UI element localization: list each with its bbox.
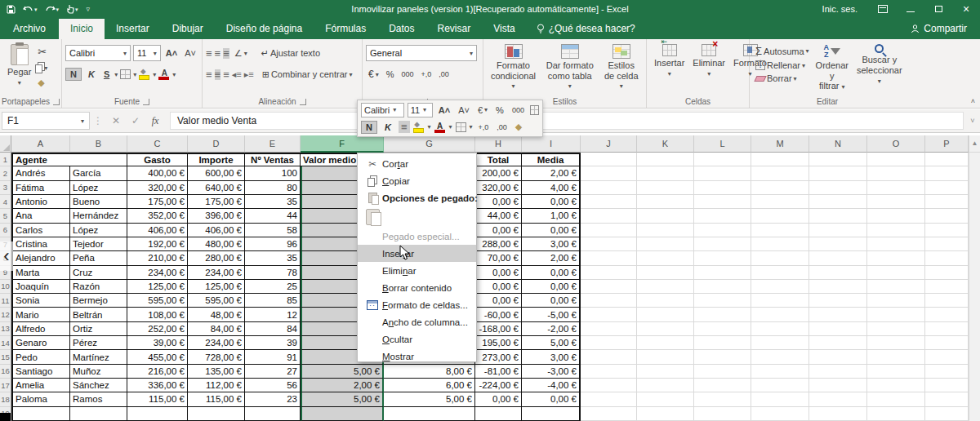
cell-J1[interactable] [581,153,637,166]
cell-D11[interactable]: 595,00 € [188,294,245,308]
mini-format-painter-icon[interactable]: ◆ [513,121,524,133]
cell-I7[interactable]: 3,00 € [522,237,581,251]
column-header-D[interactable]: D [188,135,245,153]
mini-percent-button[interactable]: % [493,104,506,116]
cell-J17[interactable] [581,379,637,392]
column-header-P[interactable]: P [925,135,969,153]
cell-L5[interactable] [694,209,751,223]
cell-P12[interactable] [925,308,969,321]
cell-D16[interactable]: 135,00 € [188,365,245,379]
column-header-L[interactable]: L [694,135,751,153]
cell-J8[interactable] [581,251,637,265]
format-as-table-button[interactable]: Dar formato como tabla▾ [540,42,599,91]
sort-filter-button[interactable]: AZ Ordenar yfiltrar ▾ [812,42,853,93]
cell-M4[interactable] [751,195,809,209]
conditional-formatting-button[interactable]: Formato condicional▾ [487,42,540,91]
column-header-C[interactable]: C [127,135,188,153]
customize-qat-icon[interactable]: ▿ [86,6,91,13]
collapse-ribbon-icon[interactable]: ˄ [971,97,975,105]
redo-icon[interactable]: ▾ [45,5,60,14]
column-header-M[interactable]: M [751,135,809,153]
accounting-format-icon[interactable]: €▾ [366,68,381,81]
cell-L8[interactable] [694,251,751,265]
cell-J3[interactable] [581,181,637,195]
cell-N8[interactable] [809,251,867,265]
cell-I14[interactable]: 5,00 € [522,336,581,350]
cancel-icon[interactable]: ✕ [106,115,126,126]
cell-P9[interactable] [925,266,969,280]
cell-H17[interactable]: -224,00 € [475,379,522,392]
cell-H2[interactable]: 200,00 € [475,166,522,180]
align-left-icon[interactable]: ≡ [206,69,212,80]
cell-J9[interactable] [581,266,637,280]
cell-N14[interactable] [809,336,867,350]
cell-M18[interactable] [751,392,809,406]
menu-item-opciones-de-pegado[interactable]: Opciones de pegado: [358,189,476,206]
row-number-18[interactable]: 18 [0,392,11,406]
cell-H1[interactable]: Total [475,153,522,166]
cell-D2[interactable]: 600,00 € [188,166,245,180]
cell-B19[interactable] [70,407,127,421]
menu-item-eliminar[interactable]: Eliminar [358,262,476,279]
column-header-O[interactable]: O [867,135,925,153]
cell-I1[interactable]: Media [522,153,581,166]
cell-B9[interactable]: Cruz [70,266,127,280]
cell-C19[interactable] [127,407,188,421]
cell-A12[interactable]: Mario [11,308,70,321]
align-bottom-icon[interactable]: ≡ [223,48,229,59]
cell-A19[interactable] [11,407,70,421]
cell-O19[interactable] [867,407,925,421]
cell-J19[interactable] [581,407,637,421]
cell-E7[interactable]: 96 [245,237,301,251]
cell-E2[interactable]: 100 [245,166,301,180]
tab-dibujar[interactable]: Dibujar [161,19,215,39]
cell-A6[interactable]: Carlos [11,224,70,237]
cell-P5[interactable] [925,209,969,223]
row-number-11[interactable]: 11 [0,294,11,308]
font-dialog-launcher[interactable] [143,99,149,105]
cell-B18[interactable]: Ramos [70,392,127,406]
delete-cells-button[interactable]: Eliminar▾ [688,42,729,79]
cell-I6[interactable]: 0,00 € [522,224,581,237]
insert-cells-button[interactable]: Insertar▾ [650,42,688,79]
cell-C8[interactable]: 210,00 € [127,251,188,265]
sign-in-button[interactable]: Inic. ses. [811,4,869,14]
cell-L10[interactable] [694,280,751,294]
cell-A9[interactable]: Marta [11,266,70,280]
column-header-B[interactable]: B [70,135,127,153]
mini-borders-icon[interactable] [456,122,466,132]
cell-A17[interactable]: Amelia [11,379,70,392]
cell-P19[interactable] [925,407,969,421]
cell-H5[interactable]: 44,00 € [475,209,522,223]
cell-styles-button[interactable]: Estilos de celda▾ [599,42,643,91]
cell-C4[interactable]: 175,00 € [127,195,188,209]
cell-H6[interactable]: 0,00 € [475,224,522,237]
menu-item-cortar[interactable]: ✂Cortar [358,155,476,172]
cell-L14[interactable] [694,336,751,350]
menu-item-mostrar[interactable]: Mostrar [358,348,476,365]
cell-K5[interactable] [637,209,694,223]
cell-B5[interactable]: Hernández [70,209,127,223]
cell-C6[interactable]: 406,00 € [127,224,188,237]
cell-E16[interactable]: 27 [245,365,301,379]
cell-M5[interactable] [751,209,809,223]
cell-I8[interactable]: 2,00 € [522,251,581,265]
menu-item-[interactable] [358,206,476,228]
column-header-A[interactable]: A [11,135,70,153]
cell-D3[interactable]: 640,00 € [188,181,245,195]
cell-B16[interactable]: Muñoz [70,365,127,379]
cell-L1[interactable] [694,153,751,166]
cell-P13[interactable] [925,322,969,336]
font-family-select[interactable]: Calibri▾ [65,45,131,61]
cell-P14[interactable] [925,336,969,350]
cell-M15[interactable] [751,350,809,364]
cell-J6[interactable] [581,224,637,237]
cell-E5[interactable]: 44 [245,209,301,223]
cell-D6[interactable]: 406,00 € [188,224,245,237]
mini-increase-decimal-icon[interactable]: +,0 [476,122,492,132]
find-select-button[interactable]: Buscar yseleccionar ▾ [853,42,906,93]
cell-E6[interactable]: 58 [245,224,301,237]
cell-G16[interactable]: 8,00 € [384,365,475,379]
cell-L12[interactable] [694,308,751,321]
insert-function-icon[interactable]: fx [145,115,165,127]
